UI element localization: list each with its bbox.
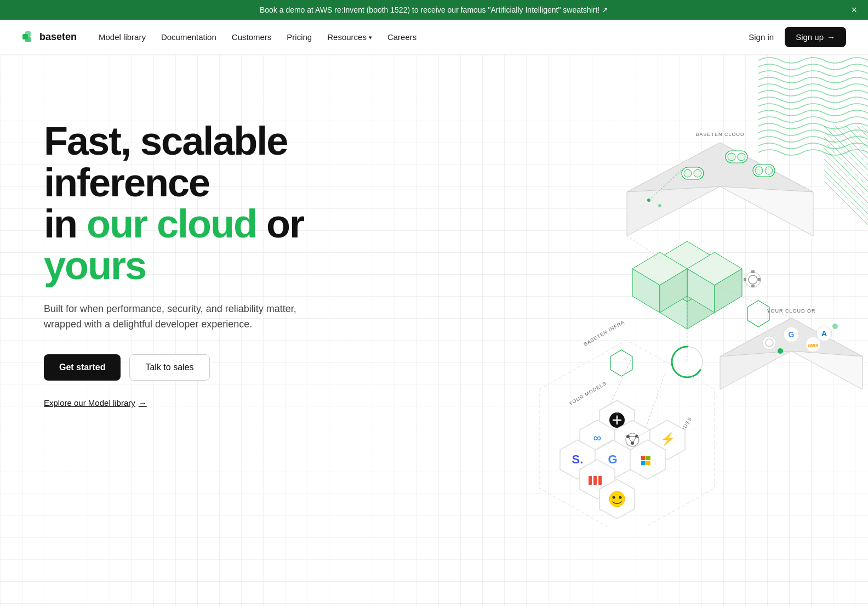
svg-rect-59 xyxy=(758,278,761,281)
explore-label: Explore our Model library xyxy=(44,398,135,407)
svg-text:BASETEN INFRA: BASETEN INFRA xyxy=(583,319,625,347)
nav-pricing[interactable]: Pricing xyxy=(287,32,312,42)
svg-text:aws: aws xyxy=(808,342,819,348)
svg-point-76 xyxy=(778,348,783,354)
svg-rect-100 xyxy=(646,456,650,460)
svg-line-114 xyxy=(627,236,660,258)
svg-marker-23 xyxy=(627,143,813,192)
svg-point-26 xyxy=(728,153,735,161)
svg-point-77 xyxy=(832,324,838,329)
svg-point-109 xyxy=(613,496,615,499)
svg-point-108 xyxy=(609,491,625,507)
svg-text:∞: ∞ xyxy=(593,432,601,444)
get-started-button[interactable]: Get started xyxy=(44,354,121,381)
sign-up-arrow-icon: → xyxy=(827,32,835,42)
svg-point-27 xyxy=(738,153,745,161)
logo[interactable]: baseten xyxy=(22,31,77,44)
sign-up-button[interactable]: Sign up → xyxy=(785,27,846,47)
svg-text:S.: S. xyxy=(572,452,584,466)
svg-rect-1 xyxy=(25,31,31,37)
banner-text: Book a demo at AWS re:Invent (booth 1522… xyxy=(22,5,846,14)
hero-heading-line1: Fast, scalable inference xyxy=(44,119,287,205)
hero-heading-yours: yours xyxy=(44,243,146,287)
explore-model-library-link[interactable]: Explore our Model library → xyxy=(44,398,147,407)
hero-section: Fast, scalable inference in our cloud or… xyxy=(0,55,868,606)
banner-link-icon: ↗ xyxy=(602,5,608,14)
svg-text:BASETEN CLOUD: BASETEN CLOUD xyxy=(695,132,744,137)
svg-text:YOUR MODELS: YOUR MODELS xyxy=(568,381,607,406)
svg-point-29 xyxy=(755,167,763,174)
nav-model-library[interactable]: Model library xyxy=(99,32,146,42)
hero-illustration: BASETEN CLOUD BASETEN INFRA xyxy=(419,99,868,526)
svg-marker-50 xyxy=(747,301,769,327)
hero-subtext-line2: wrapped with a delightful developer expe… xyxy=(44,319,252,330)
nav-links: Model library Documentation Customers Pr… xyxy=(99,32,749,42)
svg-text:⚡: ⚡ xyxy=(660,432,676,446)
svg-text:G: G xyxy=(789,330,795,339)
svg-rect-102 xyxy=(646,461,650,465)
baseten-cloud-block: BASETEN CLOUD xyxy=(627,132,813,236)
svg-rect-56 xyxy=(751,270,755,273)
hero-heading-our-cloud: our cloud xyxy=(87,202,256,246)
nav-customers[interactable]: Customers xyxy=(232,32,272,42)
chevron-down-icon: ▾ xyxy=(369,34,372,41)
nav-resources-label: Resources xyxy=(327,32,367,42)
nav-documentation[interactable]: Documentation xyxy=(161,32,216,42)
hero-subtext-line1: Built for when performance, security, an… xyxy=(44,303,296,314)
svg-rect-58 xyxy=(744,278,746,281)
svg-rect-57 xyxy=(751,285,755,287)
svg-point-74 xyxy=(763,336,776,349)
nav-resources-dropdown[interactable]: Resources ▾ xyxy=(327,32,372,42)
svg-rect-101 xyxy=(641,461,646,465)
svg-rect-104 xyxy=(589,476,592,485)
hero-content: Fast, scalable inference in our cloud or… xyxy=(0,55,362,606)
svg-point-33 xyxy=(694,169,701,177)
svg-text:A: A xyxy=(821,329,827,338)
sign-up-label: Sign up xyxy=(796,32,824,42)
svg-point-110 xyxy=(619,496,622,499)
hero-heading-line2: in our cloud or yours xyxy=(44,202,304,287)
svg-point-32 xyxy=(684,169,692,177)
nav-careers[interactable]: Careers xyxy=(387,32,416,42)
hero-buttons: Get started Talk to sales xyxy=(44,354,362,381)
logo-icon xyxy=(22,31,35,44)
hero-subtext: Built for when performance, security, an… xyxy=(44,302,318,332)
svg-rect-2 xyxy=(25,37,31,42)
hero-heading-or: or xyxy=(256,202,304,246)
svg-text:YOUR CLOUD OR: YOUR CLOUD OR xyxy=(767,308,815,314)
hero-heading-in: in xyxy=(44,202,87,246)
svg-text:G: G xyxy=(608,452,617,466)
hero-heading: Fast, scalable inference in our cloud or… xyxy=(44,121,362,286)
nav-actions: Sign in Sign up → xyxy=(749,27,846,47)
svg-point-30 xyxy=(765,167,773,174)
logo-text: baseten xyxy=(39,31,77,43)
banner-message: Book a demo at AWS re:Invent (booth 1522… xyxy=(260,5,599,14)
svg-rect-99 xyxy=(641,456,646,460)
svg-rect-106 xyxy=(598,476,602,485)
banner-close-button[interactable]: × xyxy=(851,5,857,15)
svg-point-35 xyxy=(658,204,661,207)
announcement-banner: Book a demo at AWS re:Invent (booth 1522… xyxy=(0,0,868,20)
main-nav: baseten Model library Documentation Cust… xyxy=(0,20,868,55)
your-cloud-block: YOUR CLOUD OR G aws A xyxy=(720,308,863,389)
talk-to-sales-button[interactable]: Talk to sales xyxy=(129,354,209,381)
sign-in-link[interactable]: Sign in xyxy=(749,32,774,42)
svg-rect-105 xyxy=(593,476,597,485)
explore-arrow-icon: → xyxy=(139,398,147,407)
